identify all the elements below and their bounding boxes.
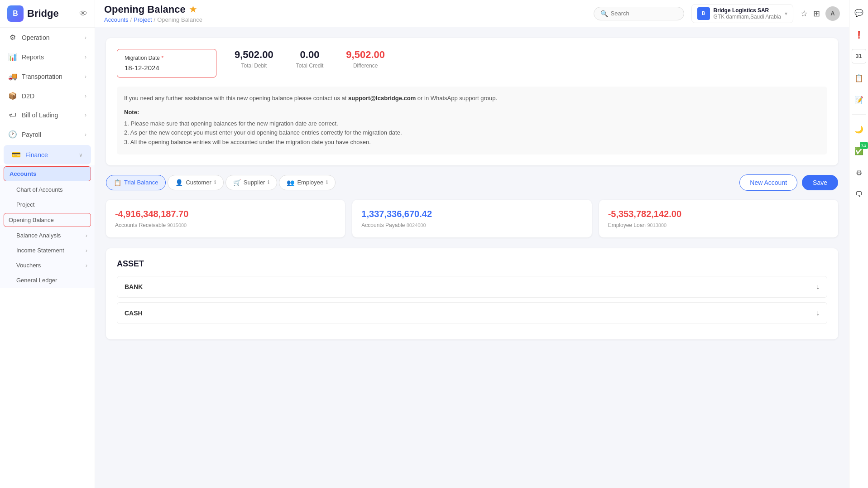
file-icon[interactable]: 📋 [852,71,866,85]
required-marker: * [161,55,163,61]
summary-card-payable: 1,337,336,670.42 Accounts Payable 802400… [352,200,591,237]
sidebar-label-payroll: Payroll [22,131,41,138]
payable-amount: 1,337,336,670.42 [361,209,582,219]
right-panel: 💬 ❗ 31 📋 📝 🌙 ✅ 7.1 ⚙ 🗨 [849,0,868,488]
save-button[interactable]: Save [802,175,838,190]
bank-arrow-icon: ↓ [816,283,820,291]
migration-row: Migration Date * 18-12-2024 9,502.00 Tot… [117,49,827,77]
total-debit-label: Total Debit [235,63,273,69]
sub-nav-chart-of-accounts[interactable]: Chart of Accounts [0,182,95,197]
company-selector[interactable]: B Bridge Logistics SAR GTK dammam,Saudi … [691,4,793,23]
alert-icon-container: ❗ [852,27,866,42]
sidebar: B Bridge 👁 ⚙ Operation › 📊 Reports › 🚚 T… [0,0,95,488]
company-name: Bridge Logistics SAR [714,7,781,14]
supplier-icon: 🛒 [233,179,241,186]
alert-icon[interactable]: ❗ [852,27,866,42]
notice-text: If you need any further assistance with … [124,94,820,103]
note-icon[interactable]: 📝 [852,92,866,107]
company-sub: GTK dammam,Saudi Arabia [714,14,781,20]
gear-icon[interactable]: ⚙ [852,165,866,180]
chat-icon[interactable]: 💬 [852,5,866,20]
employee-icon: 👥 [287,179,294,186]
sidebar-item-reports[interactable]: 📊 Reports › [0,47,95,67]
tab-customer[interactable]: 👤 Customer ℹ [168,175,223,190]
summary-cards: -4,916,348,187.70 Accounts Receivable 90… [106,200,838,237]
topbar: Opening Balance ★ Accounts / Project / O… [95,0,849,27]
chevron-icon: › [85,73,86,80]
calendar-icon-container: 31 [852,49,866,63]
difference-stat: 9,502.00 Difference [346,49,385,69]
search-box[interactable]: 🔍 [594,7,684,20]
avatar[interactable]: A [825,6,840,21]
customer-info-icon: ℹ [214,179,216,185]
tab-supplier[interactable]: 🛒 Supplier ℹ [225,175,278,190]
trial-balance-icon: 📋 [114,179,121,186]
sidebar-item-payroll[interactable]: 🕐 Payroll › [0,125,95,144]
breadcrumb-project[interactable]: Project [134,16,152,23]
chevron-down-icon: ∨ [79,152,83,158]
receivable-code: 9015000 [167,222,187,228]
migration-label: Migration Date * [125,55,209,61]
moon-icon-container: 🌙 [852,122,866,136]
sub-nav-balance-analysis[interactable]: Balance Analysis › [0,228,95,243]
sidebar-item-operation[interactable]: ⚙ Operation › [0,28,95,47]
star-topbar-icon[interactable]: ☆ [801,9,808,19]
breadcrumb-sep: / [130,16,132,23]
favorite-star-icon[interactable]: ★ [189,5,197,14]
tabs: 📋 Trial Balance 👤 Customer ℹ 🛒 Supplier … [106,175,336,190]
company-info: Bridge Logistics SAR GTK dammam,Saudi Ar… [714,7,781,20]
note-icon-container: 📝 [852,92,866,107]
sidebar-item-finance[interactable]: 💳 Finance ∨ [4,145,91,164]
difference-label: Difference [346,63,385,69]
sidebar-item-d2d[interactable]: 📦 D2D › [0,86,95,106]
bank-label: BANK [125,283,143,290]
cash-label: CASH [125,309,143,317]
asset-row-bank[interactable]: BANK ↓ [117,276,827,298]
tab-employee[interactable]: 👥 Employee ℹ [279,175,336,190]
main-area: Opening Balance ★ Accounts / Project / O… [95,0,849,488]
sidebar-item-bill-of-lading[interactable]: 🏷 Bill of Lading › [0,106,95,125]
breadcrumb-sep: / [154,16,156,23]
stat-group: 9,502.00 Total Debit 0.00 Total Credit 9… [235,49,385,69]
grid-icon[interactable]: ⊞ [813,9,820,19]
total-credit-value: 0.00 [296,49,324,61]
sub-nav-project[interactable]: Project [0,197,95,212]
payable-code: 8024000 [407,222,426,228]
chevron-icon: › [85,54,86,60]
loan-desc: Employee Loan 9013800 [608,222,829,228]
sub-nav-vouchers[interactable]: Vouchers › [0,258,95,273]
asset-row-cash[interactable]: CASH ↓ [117,302,827,324]
sidebar-label-finance: Finance [25,151,48,159]
support-email: support@lcsbridge.com [348,95,416,101]
search-input[interactable] [611,10,677,17]
sub-nav-general-ledger[interactable]: General Ledger [0,273,95,288]
file-icon-container: 📋 [852,71,866,85]
chevron-icon: › [85,131,86,138]
sidebar-label-reports: Reports [22,53,44,61]
chevron-icon: › [86,262,87,269]
sidebar-item-transportation[interactable]: 🚚 Transportation › [0,67,95,86]
note-3: 3. All the opening balance entries will … [124,138,820,147]
eye-icon[interactable]: 👁 [79,9,87,19]
sub-nav-opening-balance[interactable]: Opening Balance [4,213,91,227]
payable-desc: Accounts Payable 8024000 [361,222,582,228]
new-account-button[interactable]: New Account [739,174,797,191]
sub-nav-accounts[interactable]: Accounts [4,166,91,181]
search-icon: 🔍 [600,10,608,17]
comment-icon[interactable]: 🗨 [852,187,866,202]
sidebar-label-transportation: Transportation [22,73,62,80]
tab-trial-balance[interactable]: 📋 Trial Balance [106,175,166,190]
total-credit-stat: 0.00 Total Credit [296,49,324,69]
chevron-icon: › [85,34,86,41]
chevron-icon: › [86,232,87,239]
calendar-icon[interactable]: 31 [852,49,866,63]
migration-date-box[interactable]: Migration Date * 18-12-2024 [117,49,216,77]
breadcrumb-accounts[interactable]: Accounts [104,16,128,23]
topbar-icons: ☆ ⊞ A [801,6,840,21]
logo-text: Bridge [27,8,59,19]
total-debit-value: 9,502.00 [235,49,273,61]
summary-card-loan: -5,353,782,142.00 Employee Loan 9013800 [599,200,838,237]
sub-nav-income-statement[interactable]: Income Statement › [0,243,95,258]
loan-amount: -5,353,782,142.00 [608,209,829,219]
moon-icon[interactable]: 🌙 [852,122,866,136]
